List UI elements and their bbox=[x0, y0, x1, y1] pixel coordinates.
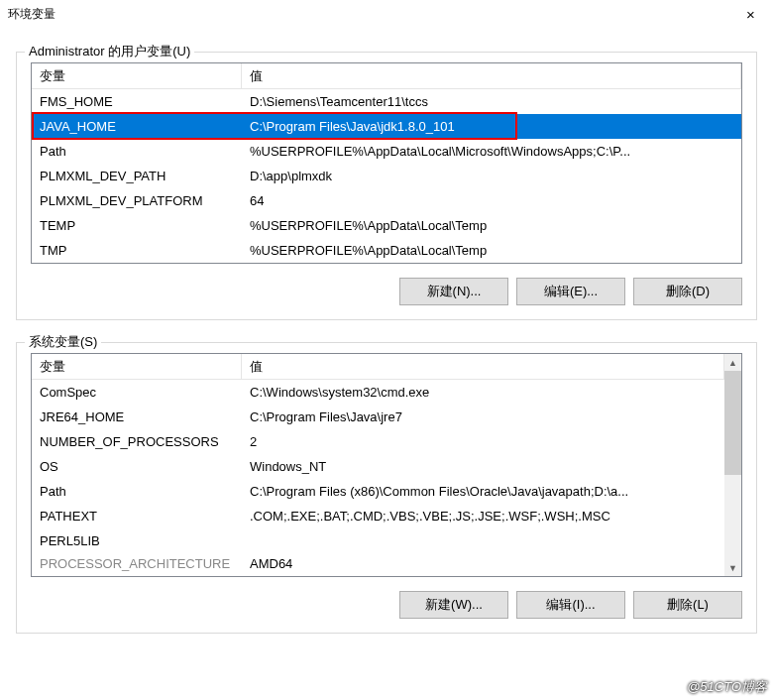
user-vars-buttons: 新建(N)... 编辑(E)... 删除(D) bbox=[31, 278, 742, 305]
table-row[interactable]: PLMXML_DEV_PLATFORM 64 bbox=[32, 188, 741, 213]
scroll-track[interactable] bbox=[724, 371, 741, 559]
watermark: @51CTO博客 bbox=[687, 678, 767, 696]
system-vars-group: 系统变量(S) 变量 值 ComSpec C:\Windows\system32… bbox=[16, 342, 757, 634]
new-button[interactable]: 新建(W)... bbox=[399, 591, 508, 619]
var-name: TEMP bbox=[32, 215, 242, 236]
var-value: %USERPROFILE%\AppData\Local\Temp bbox=[242, 215, 741, 236]
delete-button[interactable]: 删除(L) bbox=[633, 591, 742, 619]
var-name: OS bbox=[32, 456, 242, 477]
var-value: 2 bbox=[242, 431, 724, 452]
table-row[interactable]: PROCESSOR_ARCHITECTURE AMD64 bbox=[32, 553, 724, 573]
window-title: 环境变量 bbox=[8, 6, 55, 23]
var-name: NUMBER_OF_PROCESSORS bbox=[32, 431, 242, 452]
table-row[interactable]: Path %USERPROFILE%\AppData\Local\Microso… bbox=[32, 139, 741, 164]
table-row[interactable]: Path C:\Program Files (x86)\Common Files… bbox=[32, 479, 724, 504]
var-value: D:\app\plmxdk bbox=[242, 166, 741, 186]
var-name: FMS_HOME bbox=[32, 91, 242, 112]
titlebar: 环境变量 × bbox=[0, 0, 773, 28]
table-row[interactable]: JRE64_HOME C:\Program Files\Java\jre7 bbox=[32, 405, 724, 429]
scroll-up-icon[interactable]: ▲ bbox=[724, 354, 741, 371]
table-row[interactable]: OS Windows_NT bbox=[32, 454, 724, 479]
var-value: D:\Siemens\Teamcenter11\tccs bbox=[242, 91, 741, 112]
table-row[interactable]: NUMBER_OF_PROCESSORS 2 bbox=[32, 429, 724, 454]
col-variable[interactable]: 变量 bbox=[32, 354, 242, 379]
var-name: Path bbox=[32, 141, 242, 162]
table-row-selected[interactable]: JAVA_HOME C:\Program Files\Java\jdk1.8.0… bbox=[32, 114, 741, 139]
var-value: Windows_NT bbox=[242, 456, 724, 477]
table-row[interactable]: PERL5LIB bbox=[32, 528, 724, 553]
var-value: C:\Program Files\Java\jre7 bbox=[242, 407, 724, 427]
edit-button[interactable]: 编辑(E)... bbox=[516, 278, 625, 305]
user-vars-header: 变量 值 bbox=[32, 63, 741, 89]
table-row[interactable]: PLMXML_DEV_PATH D:\app\plmxdk bbox=[32, 164, 741, 188]
user-vars-group: Administrator 的用户变量(U) 变量 值 FMS_HOME D:\… bbox=[16, 52, 757, 320]
var-name: TMP bbox=[32, 240, 242, 261]
var-name: ComSpec bbox=[32, 382, 242, 403]
var-value bbox=[242, 538, 724, 544]
var-value: .COM;.EXE;.BAT;.CMD;.VBS;.VBE;.JS;.JSE;.… bbox=[242, 506, 724, 526]
system-vars-list[interactable]: 变量 值 ComSpec C:\Windows\system32\cmd.exe… bbox=[31, 353, 742, 577]
scroll-down-icon[interactable]: ▼ bbox=[724, 559, 741, 576]
delete-button[interactable]: 删除(D) bbox=[633, 278, 742, 305]
table-row[interactable]: PATHEXT .COM;.EXE;.BAT;.CMD;.VBS;.VBE;.J… bbox=[32, 504, 724, 528]
var-name: PATHEXT bbox=[32, 506, 242, 526]
var-name: JAVA_HOME bbox=[32, 116, 242, 137]
close-icon: × bbox=[746, 6, 755, 23]
scrollbar[interactable]: ▲ ▼ bbox=[724, 354, 741, 576]
scroll-thumb[interactable] bbox=[724, 371, 741, 475]
table-row[interactable]: TMP %USERPROFILE%\AppData\Local\Temp bbox=[32, 238, 741, 263]
close-button[interactable]: × bbox=[728, 0, 773, 28]
edit-button[interactable]: 编辑(I)... bbox=[516, 591, 625, 619]
var-value: AMD64 bbox=[242, 553, 724, 573]
table-row[interactable]: FMS_HOME D:\Siemens\Teamcenter11\tccs bbox=[32, 89, 741, 114]
var-value: C:\Program Files (x86)\Common Files\Orac… bbox=[242, 481, 724, 502]
var-name: PLMXML_DEV_PLATFORM bbox=[32, 190, 242, 211]
system-vars-body: ComSpec C:\Windows\system32\cmd.exe JRE6… bbox=[32, 380, 724, 576]
var-value: C:\Program Files\Java\jdk1.8.0_101 bbox=[242, 116, 741, 137]
user-vars-body: FMS_HOME D:\Siemens\Teamcenter11\tccs JA… bbox=[32, 89, 741, 263]
var-value: %USERPROFILE%\AppData\Local\Microsoft\Wi… bbox=[242, 141, 741, 162]
var-name: PERL5LIB bbox=[32, 530, 242, 551]
col-variable[interactable]: 变量 bbox=[32, 63, 242, 88]
var-name: JRE64_HOME bbox=[32, 407, 242, 427]
user-vars-list[interactable]: 变量 值 FMS_HOME D:\Siemens\Teamcenter11\tc… bbox=[31, 62, 742, 264]
var-value: 64 bbox=[242, 190, 741, 211]
table-row[interactable]: TEMP %USERPROFILE%\AppData\Local\Temp bbox=[32, 213, 741, 238]
new-button[interactable]: 新建(N)... bbox=[399, 278, 508, 305]
system-vars-header: 变量 值 bbox=[32, 354, 724, 380]
system-vars-label: 系统变量(S) bbox=[25, 333, 101, 351]
var-name: Path bbox=[32, 481, 242, 502]
user-vars-label: Administrator 的用户变量(U) bbox=[25, 43, 194, 60]
var-value: C:\Windows\system32\cmd.exe bbox=[242, 382, 724, 403]
dialog-content: Administrator 的用户变量(U) 变量 值 FMS_HOME D:\… bbox=[0, 28, 773, 642]
var-name: PROCESSOR_ARCHITECTURE bbox=[32, 553, 242, 573]
table-row[interactable]: ComSpec C:\Windows\system32\cmd.exe bbox=[32, 380, 724, 405]
var-name: PLMXML_DEV_PATH bbox=[32, 166, 242, 186]
col-value[interactable]: 值 bbox=[242, 354, 724, 379]
col-value[interactable]: 值 bbox=[242, 63, 741, 88]
var-value: %USERPROFILE%\AppData\Local\Temp bbox=[242, 240, 741, 261]
system-vars-buttons: 新建(W)... 编辑(I)... 删除(L) bbox=[31, 591, 742, 619]
